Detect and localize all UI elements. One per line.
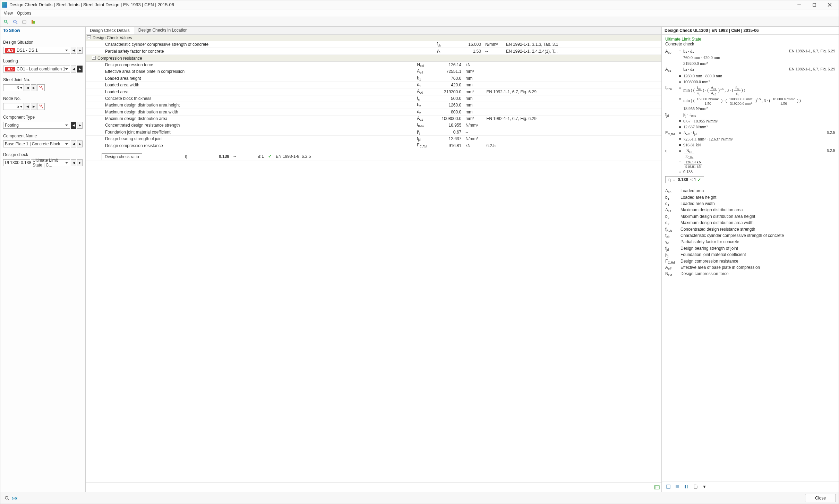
node-input[interactable]: 5 ▾ <box>3 103 24 110</box>
legend-row: b2Maximum design distribution area heigh… <box>665 214 835 220</box>
center-panel: Design Check Details Design Checks in Lo… <box>86 27 662 492</box>
menu-options[interactable]: Options <box>17 11 31 16</box>
right-tool-dropdown[interactable]: ▼ <box>701 483 708 490</box>
close-window-button[interactable] <box>822 1 837 9</box>
table-row: Design bearing strength of jointfjd12.63… <box>86 136 661 142</box>
minimize-button[interactable] <box>791 1 807 9</box>
component-type-select[interactable]: Footing <box>3 122 70 129</box>
svg-rect-17 <box>687 485 688 488</box>
group-compression-resistance[interactable]: − Compression resistance <box>86 55 661 62</box>
bottom-bar: 0,00 Close <box>0 492 839 504</box>
design-situation-select[interactable]: ULS DS1 - DS 1 <box>3 47 70 54</box>
design-check-prev[interactable]: ◀ <box>71 159 76 166</box>
uls-tag: ULS <box>5 48 15 53</box>
table-row: Loaded area heightb1760.0mm <box>86 75 661 82</box>
steel-joint-prev[interactable]: ◀ <box>25 84 30 91</box>
legend-row: AeffEffective area of base plate in comp… <box>665 265 835 271</box>
design-check-select[interactable]: Ultimate Limit State | C... <box>31 159 70 166</box>
legend-row: d2Maximum design distribution area width <box>665 220 835 226</box>
node-pick-icon[interactable] <box>37 103 45 110</box>
collapse-icon[interactable]: − <box>87 35 91 39</box>
component-name-next[interactable]: ▶ <box>77 140 83 147</box>
component-name-prev[interactable]: ◀ <box>71 140 76 147</box>
legend-row: FC,RdDesign compression resistance <box>665 258 835 265</box>
frdu-formula-numeric: = min ( (16.000 N/mm²1.50) · (1008000.0 … <box>665 96 835 106</box>
right-tool-2[interactable] <box>674 483 681 490</box>
loading-label: Loading <box>3 59 83 63</box>
close-button[interactable]: Close <box>805 494 836 502</box>
toolbar-icon-3[interactable] <box>20 18 28 26</box>
table-row: Loaded areaAc0319200.0mm²EN 1992-1-1, 6.… <box>86 88 661 95</box>
ratio-limit: ≤ 1 <box>258 154 264 159</box>
symbol-legend: Ac0Loaded areab1Loaded area heightd1Load… <box>665 188 835 277</box>
toolbar-icon-2[interactable] <box>11 18 19 26</box>
bottom-units-icon[interactable]: 0,00 <box>11 494 18 502</box>
right-tool-1[interactable] <box>665 483 672 490</box>
svg-rect-8 <box>33 21 35 24</box>
titlebar: Design Check Details | Steel Joints | St… <box>0 0 839 9</box>
component-type-next[interactable]: ▶ <box>77 122 83 129</box>
design-situation-next[interactable]: ▶ <box>77 47 83 54</box>
node-next[interactable]: ▶ <box>31 103 36 110</box>
svg-rect-4 <box>5 20 7 22</box>
main-window: Design Check Details | Steel Joints | St… <box>0 0 839 504</box>
table-row: Maximum design distribution area widthd2… <box>86 109 661 115</box>
ratio-table: Design check ratio η 0.138 -- ≤ 1 ✓ EN 1… <box>86 152 661 161</box>
legend-row: Ac0Loaded area <box>665 188 835 194</box>
eta-result-box: η = 0.138 ≤ 1 ✓ <box>665 176 704 183</box>
design-check-next[interactable]: ▶ <box>77 159 83 166</box>
steel-joint-next[interactable]: ▶ <box>31 84 36 91</box>
collapse-icon[interactable]: − <box>92 56 96 60</box>
ratio-value: 0.138 <box>219 154 229 159</box>
component-name-select[interactable]: Base Plate 1 | Concrete Block <box>3 140 70 147</box>
legend-row: b1Loaded area height <box>665 195 835 201</box>
loading-select[interactable]: ULS CO1 - Load combination 1 <box>3 66 70 72</box>
design-situation-prev[interactable]: ◀ <box>71 47 76 54</box>
loading-prev[interactable]: ◀ <box>71 66 76 72</box>
menu-view[interactable]: View <box>4 11 13 16</box>
right-tool-4[interactable] <box>692 483 699 490</box>
ratio-reference: EN 1993-1-8, 6.2.5 <box>274 152 661 161</box>
right-subtitle: Ultimate Limit State <box>665 37 835 42</box>
tab-design-check-details[interactable]: Design Check Details <box>86 27 134 34</box>
legend-row: fRduConcentrated design resistance stren… <box>665 227 835 233</box>
table-row: Foundation joint material coefficientβj0… <box>86 129 661 135</box>
node-label: Node No. <box>3 96 83 101</box>
right-panel: Design Check UL1300 | EN 1993 | CEN | 20… <box>662 27 839 492</box>
legend-row: fjdDesign bearing strength of joint <box>665 246 835 252</box>
right-subtitle-2: Concrete check <box>665 42 835 46</box>
component-type-prev[interactable]: ◀ <box>71 122 76 129</box>
svg-line-19 <box>8 499 9 500</box>
window-title: Design Check Details | Steel Joints | St… <box>9 2 791 7</box>
menubar: View Options <box>0 9 839 17</box>
tab-design-checks-in-location[interactable]: Design Checks in Location <box>134 27 192 34</box>
export-table-icon[interactable] <box>653 484 661 491</box>
center-body: − Design Check Values Characteristic cyl… <box>86 34 661 482</box>
group-design-check-values[interactable]: − Design Check Values <box>86 34 661 41</box>
table-row: Concrete block thicknesstc500.0mm <box>86 95 661 102</box>
node-prev[interactable]: ◀ <box>25 103 30 110</box>
right-body: Ultimate Limit State Concrete check Ac0=… <box>662 35 839 481</box>
loading-next[interactable]: ▶ <box>77 66 83 72</box>
steel-joint-pick-icon[interactable] <box>37 84 45 91</box>
svg-rect-9 <box>654 486 659 489</box>
svg-rect-1 <box>813 3 816 6</box>
left-panel: To Show Design Situation ULS DS1 - DS 1 … <box>0 27 86 492</box>
toolbar-icon-4[interactable] <box>29 18 37 26</box>
toolbar-icon-1[interactable] <box>2 18 10 26</box>
legend-row: βjFoundation joint material coefficient <box>665 252 835 258</box>
table-row: Concentrated design resistance strengthf… <box>86 122 661 129</box>
legend-row: NEdDesign compression force <box>665 271 835 277</box>
svg-rect-12 <box>667 485 670 488</box>
window-controls <box>791 1 837 9</box>
ratio-symbol: η <box>183 152 204 161</box>
table-row: Characteristic cylinder compressive stre… <box>86 41 661 48</box>
bottom-search-icon[interactable] <box>3 494 11 502</box>
svg-rect-16 <box>685 485 686 488</box>
right-toolbar: ▼ <box>662 481 839 492</box>
maximize-button[interactable] <box>807 1 822 9</box>
tabbar: Design Check Details Design Checks in Lo… <box>86 27 661 34</box>
right-tool-3[interactable] <box>683 483 690 490</box>
steel-joint-input[interactable]: 3 ▾ <box>3 84 24 91</box>
table-row: Design compression forceNEd126.14kN <box>86 62 661 68</box>
